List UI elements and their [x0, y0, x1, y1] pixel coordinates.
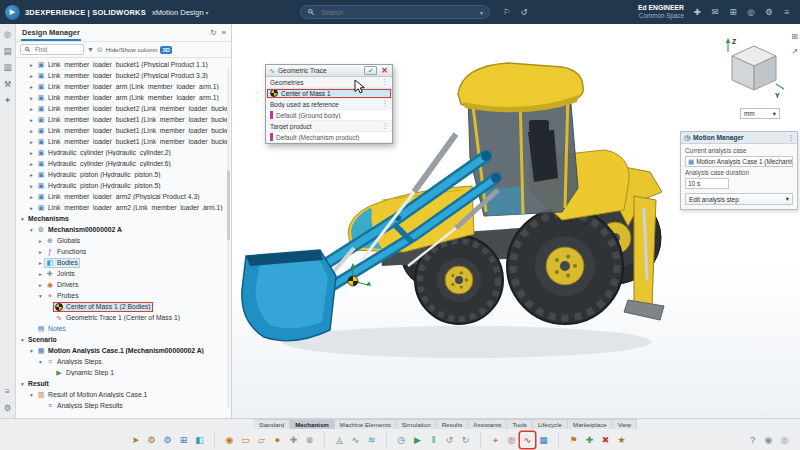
tree-item[interactable]: ▤Notes	[16, 323, 231, 334]
tree-item[interactable]: ▸◧Bodies	[16, 257, 231, 268]
expand-arrow-icon[interactable]: ▾	[37, 359, 44, 365]
expand-arrow-icon[interactable]: ▸	[28, 62, 35, 68]
view-cube[interactable]: Z Y	[722, 36, 786, 102]
motion-manager-header[interactable]: ◷ Motion Manager ⋮	[681, 132, 797, 144]
tree-item[interactable]: ▸▣Link_member_loader_arm2 (Physical Prod…	[16, 191, 231, 202]
mechanism-icon[interactable]: ⚙	[160, 432, 175, 448]
compass-icon[interactable]: ◎	[744, 7, 758, 17]
tree-item[interactable]: ▾Mechanisms	[16, 213, 231, 224]
tab-standard[interactable]: Standard	[254, 419, 290, 429]
tree-item[interactable]: ▸▣Hydraulic_cylinder (Hydraulic_cylinder…	[16, 147, 231, 158]
row-menu-icon[interactable]: ⋮	[382, 100, 389, 108]
tree-item[interactable]: ∿Geometric Trace 1 (Center of Mass 1)	[16, 312, 231, 323]
expand-arrow-icon[interactable]: ▸	[28, 106, 35, 112]
tab-tools[interactable]: Tools	[507, 419, 532, 429]
tab-results[interactable]: Results	[437, 419, 469, 429]
expand-arrow-icon[interactable]: ▾	[19, 337, 26, 343]
tree-item[interactable]: Center of Mass 1 (2 Bodies)	[16, 301, 231, 312]
duration-input[interactable]: 10 s	[685, 178, 729, 189]
tree-item[interactable]: ▾▦Motion Analysis Case.1 (Mechanism00000…	[16, 345, 231, 356]
tree-item[interactable]: ▾Result	[16, 378, 231, 389]
add-icon[interactable]: ✚	[582, 432, 597, 448]
user-block[interactable]: Ed ENGINEER Common Space	[638, 4, 684, 19]
contact-icon[interactable]: ≋	[364, 432, 379, 448]
record-icon[interactable]: ◉	[761, 432, 776, 448]
tree-scrollbar[interactable]	[227, 68, 230, 408]
brand-logo[interactable]: ▶	[5, 5, 20, 20]
tree-item[interactable]: ▸▣Link_member_loader_bucket1 (Physical P…	[16, 59, 231, 70]
panel-menu-icon[interactable]: ≡	[222, 28, 226, 37]
ok-button[interactable]: ✓	[364, 66, 377, 75]
dialog-field-value[interactable]: Default (Mechanism product)	[266, 132, 392, 143]
units-dropdown[interactable]: mm ▾	[740, 108, 780, 119]
layers-icon[interactable]: ≡	[5, 387, 10, 396]
tag-icon[interactable]: ⚐	[500, 7, 514, 17]
expand-icon[interactable]: ↗	[791, 47, 798, 56]
apps-grid-icon[interactable]: ⊞	[726, 7, 740, 17]
dialog-field-value[interactable]: Center of Mass 1	[266, 88, 392, 99]
tree-item[interactable]: ▸▣Hydraulic_piston (Hydraulic_piston.5)	[16, 180, 231, 191]
expand-arrow-icon[interactable]: ▸	[37, 238, 44, 244]
tree-item[interactable]: ▾Scenario	[16, 334, 231, 345]
tab-assistants[interactable]: Assistants	[468, 419, 507, 429]
tree-item[interactable]: ▸▣Hydraulic_cylinder (Hydraulic_cylinder…	[16, 158, 231, 169]
app-switcher[interactable]: xMotion Design	[152, 8, 204, 17]
pause-icon[interactable]: ‖	[426, 432, 441, 448]
tab-simulation[interactable]: Simulation	[397, 419, 437, 429]
tree-item[interactable]: ▸▣Link_member_loader_arm2 (Link_member_l…	[16, 202, 231, 213]
expand-arrow-icon[interactable]: ▸	[28, 172, 35, 178]
view-3d-badge[interactable]: 3D	[160, 46, 171, 54]
expand-arrow-icon[interactable]: ▸	[37, 282, 44, 288]
new-panel-icon[interactable]: ⊞	[176, 432, 191, 448]
edit-analysis-step-button[interactable]: Edit analysis step ▾	[685, 193, 793, 205]
tab-view[interactable]: View	[613, 419, 637, 429]
tree-item[interactable]: ▸ƒFunctions	[16, 246, 231, 257]
refresh-icon[interactable]: ↻	[210, 28, 216, 37]
expand-arrow-icon[interactable]: ▸	[37, 249, 44, 255]
tree-item[interactable]: ▾≡Analysis Steps	[16, 356, 231, 367]
find-box[interactable]: 🔍︎	[20, 44, 84, 55]
select-icon[interactable]: ➤	[128, 432, 143, 448]
play-simulation-icon[interactable]: ▶	[410, 432, 425, 448]
dialog-header[interactable]: ∿ Geometric Trace ✓ ✕	[266, 65, 392, 77]
expand-arrow-icon[interactable]: ▾	[19, 381, 26, 387]
tree-item[interactable]: ▶Dynamic Step 1	[16, 367, 231, 378]
tree-item[interactable]: ▾▥Result of Motion Analysis Case.1	[16, 389, 231, 400]
expand-arrow-icon[interactable]: ▾	[19, 216, 26, 222]
undo-icon[interactable]: ↺	[442, 432, 457, 448]
expand-arrow-icon[interactable]: ▸	[28, 128, 35, 134]
tree-item[interactable]: ▸▣Link_member_loader_bucket2 (Link_membe…	[16, 103, 231, 114]
target-icon[interactable]: ◎	[777, 432, 792, 448]
tree-item[interactable]: ▸⊕Globals	[16, 235, 231, 246]
expand-arrow-icon[interactable]: ▾	[28, 348, 35, 354]
messages-icon[interactable]: ✉	[708, 7, 722, 17]
tree-item[interactable]: ▸▣Link_member_loader_bucket2 (Physical P…	[16, 70, 231, 81]
settings-gear-icon[interactable]: ⚙	[144, 432, 159, 448]
tree-item[interactable]: ▸▣Link_member_loader_arm (Link_member_lo…	[16, 92, 231, 103]
expand-arrow-icon[interactable]: ▸	[28, 95, 35, 101]
favorites-icon[interactable]: ★	[614, 432, 629, 448]
cylindrical-joint-icon[interactable]: ▱	[254, 432, 269, 448]
redo-icon[interactable]: ↻	[458, 432, 473, 448]
tree-item[interactable]: ▸◉Drivers	[16, 279, 231, 290]
data-icon[interactable]: ▤	[3, 47, 11, 56]
close-button[interactable]: ✕	[380, 66, 389, 75]
history-icon[interactable]: ↺	[517, 7, 531, 17]
spherical-joint-icon[interactable]: ●	[270, 432, 285, 448]
filter-funnel-icon[interactable]: ▼	[87, 46, 94, 53]
help-icon[interactable]: ?	[745, 432, 760, 448]
expand-arrow-icon[interactable]: ▸	[28, 183, 35, 189]
expand-arrow-icon[interactable]: ▸	[28, 194, 35, 200]
expand-arrow-icon[interactable]: ▾	[28, 227, 35, 233]
chart-icon[interactable]: ▥	[3, 63, 11, 72]
search-options-icon[interactable]: ▾	[480, 9, 483, 16]
spring-icon[interactable]: ∿	[348, 432, 363, 448]
expand-arrow-icon[interactable]: ▸	[28, 150, 35, 156]
row-menu-icon[interactable]: ⋮	[382, 78, 389, 86]
delete-icon[interactable]: ✖	[598, 432, 613, 448]
menu-icon[interactable]: ≡	[780, 7, 794, 17]
settings-gear-icon[interactable]: ⚙	[762, 7, 776, 17]
tree-item[interactable]: ≡Analysis Step Results	[16, 400, 231, 411]
gravity-icon[interactable]: ◬	[332, 432, 347, 448]
tree-item[interactable]: ▸▣Link_member_loader_arm (Link_member_lo…	[16, 81, 231, 92]
